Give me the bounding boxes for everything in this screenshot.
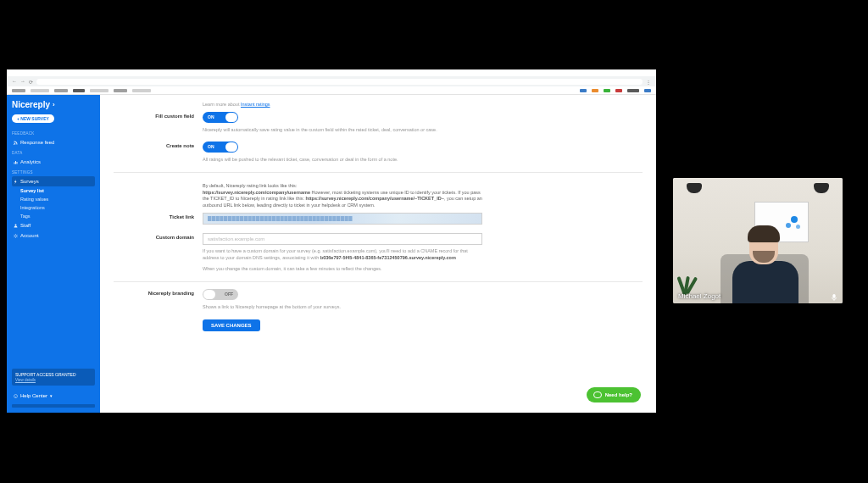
svg-rect-1 bbox=[15, 161, 16, 164]
chat-icon bbox=[593, 391, 602, 398]
support-access-box: SUPPORT ACCESS GRANTED View details bbox=[12, 369, 95, 386]
custom-domain-input[interactable] bbox=[203, 233, 482, 245]
back-icon[interactable]: ← bbox=[12, 79, 17, 84]
speaker-name-label: Michael Zogot bbox=[678, 292, 721, 300]
sidebar-item-analytics[interactable]: Analytics bbox=[12, 157, 95, 167]
create-note-label: Create note bbox=[114, 142, 203, 164]
browser-window: ← → ⟳ ⋮ Nicereply› + NEW SURVEY FEEDBACK… bbox=[7, 69, 656, 413]
need-help-button[interactable]: Need help? bbox=[587, 387, 641, 402]
sidebar-section-data: DATA bbox=[12, 151, 95, 155]
microphone-icon bbox=[831, 290, 837, 298]
main-content: Learn more about Instant ratings Fill cu… bbox=[100, 95, 656, 413]
ticket-link-label: Ticket link bbox=[114, 213, 203, 225]
forward-icon[interactable]: → bbox=[20, 79, 25, 84]
create-note-help: All ratings will be pushed to the releva… bbox=[203, 157, 482, 164]
fill-custom-field-label: Fill custom field bbox=[114, 112, 203, 134]
speaker-person bbox=[729, 220, 802, 303]
sidebar-item-surveys[interactable]: Surveys bbox=[12, 176, 95, 186]
support-access-title: SUPPORT ACCESS GRANTED bbox=[15, 372, 92, 377]
lightning-icon bbox=[14, 180, 18, 184]
fill-custom-field-help: Nicereply will automatically save rating… bbox=[203, 127, 482, 134]
sidebar-item-staff[interactable]: Staff bbox=[12, 220, 95, 230]
gear-icon bbox=[14, 234, 18, 238]
nicereply-branding-label: Nicereply branding bbox=[114, 289, 203, 311]
svg-rect-7 bbox=[832, 294, 835, 298]
create-note-toggle[interactable]: ON bbox=[203, 142, 238, 153]
custom-domain-label: Custom domain bbox=[114, 233, 203, 273]
brand-logo: Nicereply› bbox=[12, 100, 95, 109]
chart-icon bbox=[14, 160, 18, 164]
sidebar: Nicereply› + NEW SURVEY FEEDBACK Respons… bbox=[7, 95, 100, 413]
fill-custom-field-toggle[interactable]: ON bbox=[203, 112, 238, 123]
nicereply-branding-help: Shows a link to Nicereply homepage at th… bbox=[203, 304, 482, 311]
sidebar-footer-bar bbox=[12, 404, 95, 408]
svg-rect-2 bbox=[17, 162, 18, 164]
sidebar-subitem-tags[interactable]: Tags bbox=[12, 212, 95, 220]
sidebar-subitem-rating-values[interactable]: Rating values bbox=[12, 195, 95, 203]
sidebar-item-help-center[interactable]: ? Help Center ▾ bbox=[12, 391, 95, 401]
support-view-details-link[interactable]: View details bbox=[15, 378, 36, 382]
svg-point-4 bbox=[15, 235, 17, 236]
address-input[interactable] bbox=[36, 79, 643, 85]
extensions-icon[interactable]: ⋮ bbox=[646, 79, 651, 85]
new-survey-button[interactable]: + NEW SURVEY bbox=[12, 114, 54, 123]
sidebar-subitem-survey-list[interactable]: Survey list bbox=[12, 186, 95, 195]
sidebar-item-response-feed[interactable]: Response feed bbox=[12, 137, 95, 147]
chevron-down-icon: ▾ bbox=[50, 393, 53, 398]
rss-icon bbox=[14, 141, 18, 145]
speaker-video: Michael Zogot bbox=[673, 178, 843, 303]
sidebar-item-account[interactable]: Account bbox=[12, 230, 95, 241]
custom-domain-help: If you want to have a custom domain for … bbox=[203, 248, 482, 261]
help-icon: ? bbox=[14, 394, 18, 398]
instant-ratings-link[interactable]: Instant ratings bbox=[241, 102, 270, 107]
reload-icon[interactable]: ⟳ bbox=[29, 79, 33, 85]
sidebar-subitem-integrations[interactable]: Integrations bbox=[12, 203, 95, 212]
url-bar: ← → ⟳ ⋮ bbox=[7, 76, 656, 86]
save-changes-button[interactable]: SAVE CHANGES bbox=[203, 319, 260, 331]
nicereply-branding-toggle[interactable]: OFF bbox=[203, 289, 238, 300]
sidebar-section-settings: SETTINGS bbox=[12, 170, 95, 175]
custom-domain-help2: When you change the custom domain, it ca… bbox=[203, 266, 482, 273]
sidebar-section-feedback: FEEDBACK bbox=[12, 131, 95, 136]
ticket-link-description: By default, Nicereply rating link looks … bbox=[203, 183, 482, 209]
svg-point-3 bbox=[15, 224, 17, 225]
svg-rect-0 bbox=[14, 162, 15, 164]
bookmarks-bar bbox=[7, 86, 656, 95]
ticket-link-input[interactable] bbox=[203, 213, 482, 225]
people-icon bbox=[14, 224, 18, 228]
